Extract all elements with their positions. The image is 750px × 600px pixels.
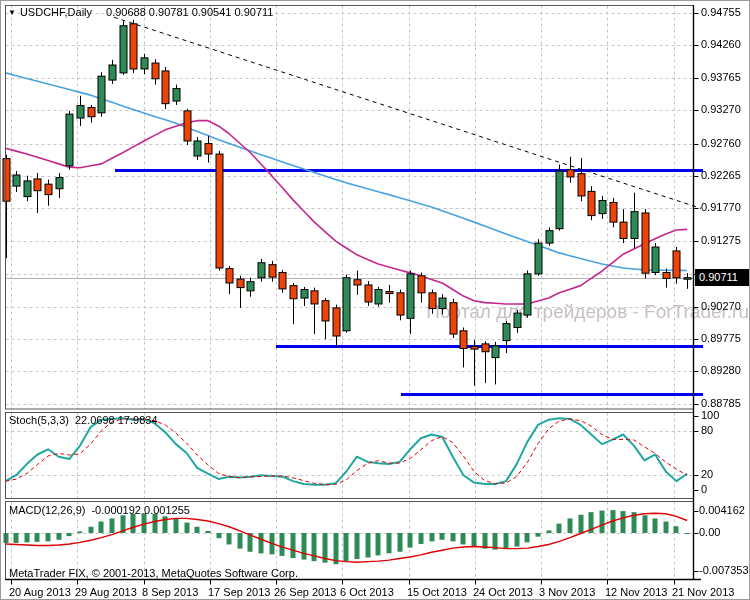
date-axis-label: 15 Oct 2013 bbox=[407, 586, 467, 599]
price-axis-label: 0.93270 bbox=[701, 103, 741, 116]
stoch-axis-label: 100 bbox=[701, 409, 719, 422]
stoch-name: Stoch(5,3,3) bbox=[9, 414, 69, 426]
date-axis-label: 21 Nov 2013 bbox=[672, 586, 734, 599]
chart-window: ▼USDCHF,Daily0.90688 0.90781 0.90541 0.9… bbox=[0, 0, 750, 600]
date-axis-label: 20 Aug 2013 bbox=[9, 586, 71, 599]
price-axis-label: 0.94755 bbox=[701, 6, 741, 19]
price-axis-label: 0.91275 bbox=[701, 234, 741, 247]
stoch-axis-label: 80 bbox=[701, 424, 713, 437]
date-axis-label: 29 Aug 2013 bbox=[75, 586, 137, 599]
date-axis-label: 17 Sep 2013 bbox=[208, 586, 270, 599]
macd-values: -0.000192 0.001255 bbox=[91, 504, 189, 516]
chart-title: ▼USDCHF,Daily0.90688 0.90781 0.90541 0.9… bbox=[8, 6, 273, 18]
macd-axis-label: 0.004162 bbox=[699, 504, 745, 517]
price-axis-label: 0.92760 bbox=[701, 137, 741, 150]
price-axis-label: 0.91770 bbox=[701, 201, 741, 214]
current-price-box: 0.90711 bbox=[695, 269, 749, 286]
stoch-axis-label: 0 bbox=[701, 483, 707, 496]
price-axis-label: 0.93765 bbox=[701, 71, 741, 84]
date-axis-label: 26 Sep 2013 bbox=[274, 586, 336, 599]
stoch-values: 22.0698 17.9834 bbox=[75, 414, 158, 426]
stoch-axis-label: 20 bbox=[701, 468, 713, 481]
macd-axis-label: 0.00 bbox=[699, 526, 720, 539]
macd-indicator-label: MACD(12,26,9)-0.000192 0.001255 bbox=[9, 504, 190, 516]
date-axis-label: 12 Nov 2013 bbox=[605, 586, 667, 599]
ohlc-values: 0.90688 0.90781 0.90541 0.90711 bbox=[106, 6, 273, 18]
price-axis-label: 0.89775 bbox=[701, 332, 741, 345]
price-axis-label: 0.92265 bbox=[701, 169, 741, 182]
copyright-label: MetaTrader FIX, © 2001-2013, MetaQuotes … bbox=[9, 567, 298, 579]
stoch-indicator-label: Stoch(5,3,3)22.0698 17.9834 bbox=[9, 414, 158, 426]
price-axis-label: 0.94260 bbox=[701, 38, 741, 51]
price-axis-label: 0.89280 bbox=[701, 364, 741, 377]
date-axis-label: 24 Oct 2013 bbox=[473, 586, 533, 599]
macd-axis-label: -0.007353 bbox=[699, 564, 749, 577]
collapse-chart-icon[interactable]: ▼ bbox=[8, 8, 16, 17]
date-axis-label: 8 Sep 2013 bbox=[142, 586, 198, 599]
date-axis-label: 6 Oct 2013 bbox=[340, 586, 394, 599]
price-axis-label: 0.90270 bbox=[701, 300, 741, 313]
date-axis-label: 3 Nov 2013 bbox=[539, 586, 595, 599]
symbol-period-label: USDCHF,Daily bbox=[20, 6, 92, 18]
macd-name: MACD(12,26,9) bbox=[9, 504, 85, 516]
